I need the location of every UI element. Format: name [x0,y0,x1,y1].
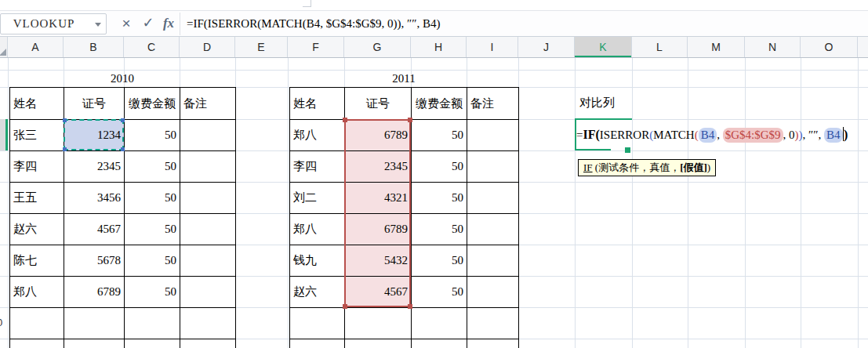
range-handle[interactable] [121,118,125,122]
cell[interactable] [290,339,345,348]
cell[interactable]: 郑八 [290,120,345,151]
cell[interactable]: 李四 [290,151,345,183]
column-header-f[interactable]: F [288,37,344,57]
cell[interactable]: 50 [125,120,180,151]
year-label-2011[interactable]: 2011 [289,70,518,87]
cell[interactable]: 3456 [64,183,125,214]
header-cell-fee[interactable]: 缴费金额 [125,88,180,120]
cell[interactable] [180,339,236,348]
cell[interactable] [180,245,236,277]
cell[interactable] [125,339,180,348]
header-cell-id[interactable]: 证号 [345,88,412,120]
range-handle[interactable] [121,147,125,151]
cell[interactable] [180,151,236,183]
cell[interactable] [10,339,64,348]
column-header-i[interactable]: I [467,37,518,57]
cell[interactable] [467,183,519,214]
cell[interactable] [180,214,236,245]
cell[interactable]: 赵六 [290,277,345,308]
cell[interactable]: 郑八 [290,214,345,245]
g-range-reference-border[interactable] [344,119,411,307]
cell[interactable] [345,339,412,348]
name-box[interactable]: VLOOKUP [0,13,107,34]
cell[interactable]: 刘二 [290,183,345,214]
cell[interactable]: 2345 [64,151,125,183]
range-handle[interactable] [408,304,412,309]
range-handle[interactable] [343,118,347,122]
cell[interactable]: 5678 [64,245,125,277]
cell[interactable]: 50 [412,245,467,277]
compare-column-header-cell[interactable]: 对比列 [579,87,615,119]
cell[interactable]: 50 [412,214,467,245]
cell[interactable] [467,214,519,245]
cell[interactable] [180,277,236,308]
cell[interactable] [10,308,64,339]
cell[interactable] [412,308,467,339]
cell[interactable]: 郑八 [10,277,64,308]
cell[interactable]: 陈七 [10,245,64,277]
cell[interactable] [290,308,345,339]
header-cell-id[interactable]: 证号 [64,88,125,120]
cell[interactable] [64,339,125,348]
year-label-2010[interactable]: 2010 [9,70,235,87]
cell[interactable]: 50 [412,151,467,183]
cell[interactable] [467,308,519,339]
column-header-j[interactable]: J [518,37,575,57]
cell[interactable]: 赵六 [10,214,64,245]
cell[interactable] [64,308,125,339]
column-header-k-selected[interactable]: K [575,37,632,57]
cell[interactable] [467,120,519,151]
header-cell-fee[interactable]: 缴费金额 [412,88,467,120]
column-header-o[interactable]: O [801,37,858,57]
cell[interactable]: 钱九 [290,245,345,277]
cell[interactable]: 50 [125,214,180,245]
sheet-grid[interactable]: 0 2010 姓名 证号 缴费金额 备注 张三 1234 50 李四 2345 … [0,58,868,348]
cell[interactable]: 张三 [10,120,64,151]
cell[interactable] [467,151,519,183]
cell[interactable] [345,308,412,339]
cell[interactable] [180,120,236,151]
column-header-a[interactable]: A [8,37,64,57]
header-cell-name[interactable]: 姓名 [10,88,64,120]
header-cell-note[interactable]: 备注 [180,88,236,120]
range-handle[interactable] [63,118,67,122]
cell[interactable] [467,245,519,277]
cell[interactable] [467,339,519,348]
cell[interactable]: 50 [125,245,180,277]
cell[interactable]: 50 [412,120,467,151]
row-header-active-bg[interactable] [0,119,5,150]
cell[interactable] [467,277,519,308]
column-header-h[interactable]: H [411,37,467,57]
column-header-e[interactable]: E [235,37,288,57]
cell[interactable]: 李四 [10,151,64,183]
in-cell-formula[interactable]: =IF(ISERROR(MATCH(B4, $G$4:$G$9, 0)), ″″… [576,119,848,150]
cell[interactable]: 4567 [64,214,125,245]
range-handle[interactable] [343,304,347,309]
range-handle[interactable] [63,147,67,151]
cell[interactable] [412,339,467,348]
header-cell-name[interactable]: 姓名 [290,88,345,120]
confirm-button[interactable]: ✓ [138,11,158,37]
column-header-b[interactable]: B [64,37,124,57]
column-header-g[interactable]: G [344,37,411,57]
cell[interactable] [125,308,180,339]
cell[interactable]: 王五 [10,183,64,214]
insert-function-button[interactable]: fx [158,11,179,37]
cancel-button[interactable]: × [116,11,136,37]
range-handle[interactable] [408,118,412,122]
formula-input[interactable]: =IF(ISERROR(MATCH(B4, $G$4:$G$9, 0)), ″″… [187,11,440,37]
cell[interactable] [180,308,236,339]
cell[interactable]: 50 [125,183,180,214]
cell[interactable]: 50 [412,277,467,308]
cell[interactable] [180,183,236,214]
column-header-partial[interactable] [858,37,868,57]
column-header-d[interactable]: D [180,37,235,57]
b4-reference-border[interactable] [64,119,124,150]
cell[interactable]: 50 [125,151,180,183]
column-header-c[interactable]: C [124,37,180,57]
column-header-m[interactable]: M [688,37,745,57]
cell[interactable]: 50 [125,277,180,308]
cell[interactable]: 50 [412,183,467,214]
header-cell-note[interactable]: 备注 [467,88,519,120]
cell[interactable]: 6789 [64,277,125,308]
